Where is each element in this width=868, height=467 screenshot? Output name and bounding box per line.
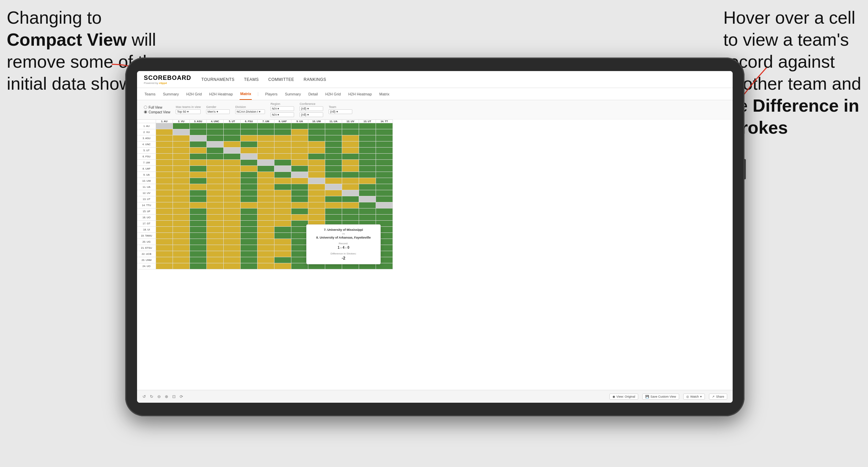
matrix-cell-8-5[interactable] [241,172,258,178]
matrix-cell-19-5[interactable] [241,239,258,245]
matrix-cell-14-8[interactable] [291,208,308,215]
matrix-cell-13-9[interactable] [308,202,325,208]
matrix-cell-22-2[interactable] [190,257,207,263]
matrix-cell-2-5[interactable] [241,135,258,141]
matrix-cell-10-10[interactable] [325,184,342,190]
matrix-cell-17-8[interactable] [291,227,308,233]
tab-matrix[interactable]: Matrix [240,88,252,100]
matrix-cell-10-12[interactable] [359,184,376,190]
matrix-cell-23-6[interactable] [258,263,274,269]
matrix-cell-15-2[interactable] [190,215,207,221]
nav-rankings[interactable]: RANKINGS [304,77,326,82]
matrix-cell-11-7[interactable] [274,190,291,196]
matrix-cell-10-3[interactable] [207,184,224,190]
share-button[interactable]: ↗ Share [709,394,727,400]
matrix-cell-14-4[interactable] [224,208,241,215]
matrix-cell-5-2[interactable] [190,154,207,160]
matrix-cell-2-3[interactable] [207,135,224,141]
matrix-cell-3-9[interactable] [308,141,325,148]
matrix-cell-20-0[interactable] [156,245,173,251]
matrix-cell-4-3[interactable] [207,148,224,154]
matrix-cell-7-5[interactable] [241,166,258,172]
matrix-cell-20-3[interactable] [207,245,224,251]
matrix-cell-4-6[interactable] [258,148,274,154]
matrix-cell-1-0[interactable] [156,129,173,135]
matrix-cell-23-7[interactable] [274,263,291,269]
matrix-cell-2-7[interactable] [274,135,291,141]
matrix-cell-14-2[interactable] [190,208,207,215]
matrix-cell-6-3[interactable] [207,160,224,166]
matrix-cell-14-9[interactable] [308,208,325,215]
matrix-cell-0-12[interactable] [359,123,376,129]
matrix-cell-18-6[interactable] [258,233,274,239]
matrix-cell-9-5[interactable] [241,178,258,184]
matrix-cell-12-10[interactable] [325,196,342,202]
matrix-cell-15-12[interactable] [359,215,376,221]
matrix-cell-9-3[interactable] [207,178,224,184]
region-select-2[interactable]: N/A ▾ [270,112,294,117]
matrix-cell-7-3[interactable] [207,166,224,172]
matrix-cell-11-12[interactable] [359,190,376,196]
matrix-cell-8-12[interactable] [359,172,376,178]
matrix-cell-19-4[interactable] [224,239,241,245]
matrix-cell-7-0[interactable] [156,166,173,172]
matrix-cell-3-8[interactable] [291,141,308,148]
matrix-cell-20-4[interactable] [224,245,241,251]
matrix-cell-13-6[interactable] [258,202,274,208]
matrix-cell-19-8[interactable] [291,239,308,245]
matrix-cell-1-5[interactable] [241,129,258,135]
matrix-cell-16-5[interactable] [241,221,258,227]
matrix-cell-20-5[interactable] [241,245,258,251]
matrix-cell-21-7[interactable] [274,251,291,257]
matrix-cell-12-3[interactable] [207,196,224,202]
matrix-cell-7-9[interactable] [308,166,325,172]
undo-icon[interactable]: ↺ [142,394,146,399]
matrix-cell-14-13[interactable] [376,208,393,215]
matrix-cell-23-5[interactable] [241,263,258,269]
matrix-cell-7-10[interactable] [325,166,342,172]
matrix-cell-20-6[interactable] [258,245,274,251]
region-select-1[interactable]: N/A ▾ [270,106,294,111]
matrix-cell-12-11[interactable] [342,196,359,202]
matrix-cell-2-10[interactable] [325,135,342,141]
matrix-cell-14-10[interactable] [325,208,342,215]
matrix-cell-5-3[interactable] [207,154,224,160]
matrix-cell-8-4[interactable] [224,172,241,178]
matrix-cell-1-2[interactable] [190,129,207,135]
watch-button[interactable]: ◎ Watch ▾ [683,394,705,400]
matrix-cell-13-8[interactable] [291,202,308,208]
redo-icon[interactable]: ↻ [150,394,153,399]
matrix-cell-14-7[interactable] [274,208,291,215]
matrix-cell-8-13[interactable] [376,172,393,178]
matrix-cell-6-5[interactable] [241,160,258,166]
matrix-cell-21-5[interactable] [241,251,258,257]
zoom-fit-icon[interactable]: ⊡ [172,394,176,399]
matrix-cell-15-1[interactable] [173,215,190,221]
matrix-cell-9-9[interactable] [308,178,325,184]
matrix-cell-18-0[interactable] [156,233,173,239]
matrix-cell-11-8[interactable] [291,190,308,196]
matrix-cell-2-13[interactable] [376,135,393,141]
matrix-cell-14-1[interactable] [173,208,190,215]
matrix-cell-2-9[interactable] [308,135,325,141]
matrix-cell-1-6[interactable] [258,129,274,135]
matrix-cell-17-7[interactable] [274,227,291,233]
matrix-cell-1-13[interactable] [376,129,393,135]
matrix-cell-14-11[interactable] [342,208,359,215]
matrix-cell-16-6[interactable] [258,221,274,227]
matrix-cell-22-1[interactable] [173,257,190,263]
matrix-cell-8-1[interactable] [173,172,190,178]
matrix-cell-19-3[interactable] [207,239,224,245]
matrix-cell-11-13[interactable] [376,190,393,196]
matrix-cell-14-0[interactable] [156,208,173,215]
tab-players-matrix[interactable]: Matrix [379,92,390,96]
matrix-cell-3-4[interactable] [224,141,241,148]
matrix-cell-2-6[interactable] [258,135,274,141]
matrix-cell-3-11[interactable] [342,141,359,148]
matrix-cell-20-8[interactable] [291,245,308,251]
matrix-cell-5-12[interactable] [359,154,376,160]
matrix-cell-13-10[interactable] [325,202,342,208]
matrix-cell-21-1[interactable] [173,251,190,257]
matrix-cell-2-1[interactable] [173,135,190,141]
matrix-cell-11-10[interactable] [325,190,342,196]
